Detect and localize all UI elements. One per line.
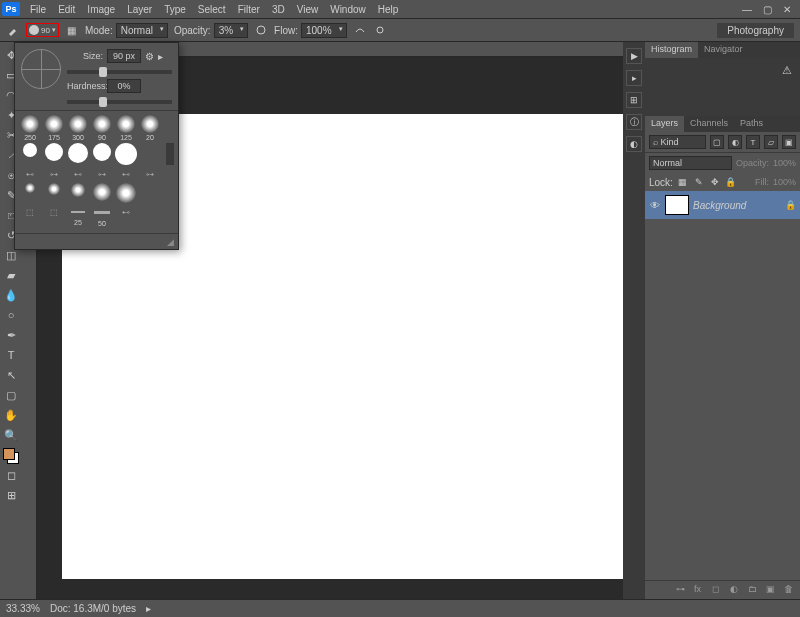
layer-blend-select[interactable]: Normal — [649, 156, 732, 170]
brush-preset[interactable]: ⊷ — [19, 167, 41, 181]
path-tool[interactable]: ↖ — [2, 366, 20, 384]
tab-paths[interactable]: Paths — [734, 116, 769, 132]
size-input[interactable]: 90 px — [107, 49, 141, 63]
properties-panel-icon[interactable]: ⊞ — [626, 92, 642, 108]
brush-preset[interactable]: ⊷ — [115, 167, 137, 181]
pen-tool[interactable]: ✒ — [2, 326, 20, 344]
maximize-button[interactable]: ▢ — [760, 3, 774, 15]
brush-preset[interactable]: 25 — [67, 205, 89, 227]
brush-preset[interactable]: ⬚ — [19, 205, 41, 219]
brush-preset[interactable] — [91, 183, 113, 203]
info-panel-icon[interactable]: ⓘ — [626, 114, 642, 130]
layer-name[interactable]: Background — [693, 200, 781, 211]
preset-scrollbar[interactable] — [166, 143, 174, 165]
gear-icon[interactable]: ⚙ — [145, 51, 154, 62]
lock-transparency-icon[interactable]: ▦ — [677, 176, 689, 188]
flow-input[interactable]: 100% — [301, 23, 347, 38]
filter-shape-icon[interactable]: ▱ — [764, 135, 778, 149]
opacity-input[interactable]: 3% — [214, 23, 248, 38]
brush-preset[interactable]: ⊶ — [139, 167, 161, 181]
brush-preset[interactable]: ⊶ — [91, 167, 113, 181]
menu-file[interactable]: File — [24, 2, 52, 17]
layer-filter-kind[interactable]: ⌕ Kind — [649, 135, 706, 149]
color-swatches[interactable] — [3, 448, 19, 464]
filter-pixel-icon[interactable]: ▢ — [710, 135, 724, 149]
tab-histogram[interactable]: Histogram — [645, 42, 698, 58]
menu-3d[interactable]: 3D — [266, 2, 291, 17]
history-panel-icon[interactable]: ▶ — [626, 48, 642, 64]
gradient-tool[interactable]: ▰ — [2, 266, 20, 284]
hardness-slider[interactable] — [67, 100, 172, 104]
brush-angle-control[interactable] — [21, 49, 61, 89]
pressure-opacity-icon[interactable] — [254, 23, 268, 37]
pressure-size-icon[interactable] — [373, 23, 387, 37]
flyout-icon[interactable]: ▸ — [158, 51, 163, 62]
layer-lock-icon[interactable]: 🔒 — [785, 200, 796, 210]
hardness-input[interactable]: 0% — [107, 79, 141, 93]
brush-preset[interactable] — [67, 143, 89, 165]
menu-image[interactable]: Image — [81, 2, 121, 17]
visibility-toggle-icon[interactable]: 👁 — [649, 199, 661, 211]
brush-preset[interactable]: 250 — [19, 115, 41, 141]
fg-color-swatch[interactable] — [3, 448, 15, 460]
status-arrow-icon[interactable]: ▸ — [146, 603, 151, 614]
zoom-level[interactable]: 33.33% — [6, 603, 40, 614]
lock-all-icon[interactable]: 🔒 — [725, 176, 737, 188]
tab-layers[interactable]: Layers — [645, 116, 684, 132]
blend-mode-select[interactable]: Normal — [116, 23, 168, 38]
menu-layer[interactable]: Layer — [121, 2, 158, 17]
brush-preset[interactable]: ⊶ — [43, 167, 65, 181]
brush-preset[interactable] — [91, 143, 113, 165]
tab-channels[interactable]: Channels — [684, 116, 734, 132]
trash-icon[interactable]: 🗑 — [784, 584, 796, 596]
new-layer-icon[interactable]: ▣ — [766, 584, 778, 596]
brush-preset[interactable]: 50 — [91, 205, 113, 227]
brush-preset[interactable] — [115, 143, 137, 165]
brush-preset[interactable] — [115, 183, 137, 203]
airbrush-icon[interactable] — [353, 23, 367, 37]
fx-icon[interactable]: fx — [694, 584, 706, 596]
lock-pixels-icon[interactable]: ✎ — [693, 176, 705, 188]
tool-preset-icon[interactable] — [6, 23, 20, 37]
brush-preset-picker[interactable]: 90 ▾ — [26, 23, 59, 37]
shape-tool[interactable]: ▢ — [2, 386, 20, 404]
tab-navigator[interactable]: Navigator — [698, 42, 749, 58]
mask-icon[interactable]: ◻ — [712, 584, 724, 596]
brush-preset[interactable] — [67, 183, 89, 203]
adjust-panel-icon[interactable]: ◐ — [626, 136, 642, 152]
menu-type[interactable]: Type — [158, 2, 192, 17]
minimize-button[interactable]: — — [740, 3, 754, 15]
brush-preset[interactable] — [19, 183, 41, 203]
brush-preset[interactable]: ⊷ — [67, 167, 89, 181]
actions-panel-icon[interactable]: ▸ — [626, 70, 642, 86]
resize-grip-icon[interactable]: ◢ — [167, 237, 174, 247]
filter-adjust-icon[interactable]: ◐ — [728, 135, 742, 149]
brush-preset[interactable]: 20 — [139, 115, 161, 141]
filter-smart-icon[interactable]: ▣ — [782, 135, 796, 149]
brush-preset[interactable]: 175 — [43, 115, 65, 141]
blur-tool[interactable]: 💧 — [2, 286, 20, 304]
menu-view[interactable]: View — [291, 2, 325, 17]
filter-type-icon[interactable]: T — [746, 135, 760, 149]
brush-preset[interactable]: 125 — [115, 115, 137, 141]
brush-preset[interactable] — [19, 143, 41, 165]
brush-preset[interactable]: ⬚ — [43, 205, 65, 219]
screen-mode-tool[interactable]: ⊞ — [2, 486, 20, 504]
brush-preset[interactable]: 300 — [67, 115, 89, 141]
doc-size-info[interactable]: Doc: 16.3M/0 bytes — [50, 603, 136, 614]
hand-tool[interactable]: ✋ — [2, 406, 20, 424]
menu-edit[interactable]: Edit — [52, 2, 81, 17]
menu-help[interactable]: Help — [372, 2, 405, 17]
brush-preset[interactable] — [43, 143, 65, 165]
layer-thumbnail[interactable] — [665, 195, 689, 215]
link-layers-icon[interactable]: ⊶ — [676, 584, 688, 596]
menu-select[interactable]: Select — [192, 2, 232, 17]
lock-position-icon[interactable]: ✥ — [709, 176, 721, 188]
fill-value[interactable]: 100% — [773, 177, 796, 187]
menu-window[interactable]: Window — [324, 2, 372, 17]
adjustment-icon[interactable]: ◐ — [730, 584, 742, 596]
menu-filter[interactable]: Filter — [232, 2, 266, 17]
type-tool[interactable]: T — [2, 346, 20, 364]
close-button[interactable]: ✕ — [780, 3, 794, 15]
layer-opacity-value[interactable]: 100% — [773, 158, 796, 168]
